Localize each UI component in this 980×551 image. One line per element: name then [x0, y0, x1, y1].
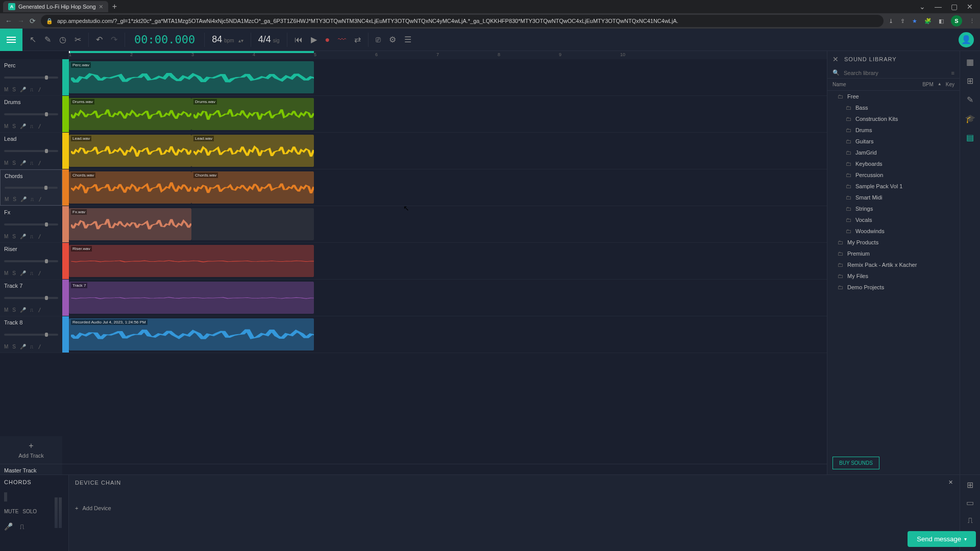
- pan-slider[interactable]: [4, 492, 7, 502]
- library-folder-item[interactable]: 🗀JamGrid: [827, 147, 960, 158]
- track-header[interactable]: Drums M S 🎤 ⎍ 〳: [0, 96, 62, 132]
- library-folder-item[interactable]: 🗀Percussion: [827, 169, 960, 181]
- record-arm-icon[interactable]: 🎤: [20, 160, 26, 166]
- solo-button[interactable]: S: [12, 270, 16, 276]
- track-volume-slider[interactable]: [4, 113, 58, 115]
- track-lane[interactable]: Drums.wavDrums.wav: [69, 96, 827, 132]
- track-volume-slider[interactable]: [4, 150, 58, 152]
- solo-button[interactable]: S: [12, 307, 16, 313]
- new-tab-button[interactable]: +: [112, 2, 117, 11]
- track-lane[interactable]: Track 7: [69, 280, 827, 316]
- install-icon[interactable]: ⤓: [889, 18, 893, 24]
- track-volume-slider[interactable]: [5, 187, 58, 189]
- lib-col-key[interactable]: Key: [946, 82, 954, 87]
- forward-icon[interactable]: →: [17, 17, 24, 25]
- play-icon[interactable]: ▶: [311, 35, 317, 44]
- audio-clip[interactable]: Drums.wav: [69, 98, 191, 130]
- solo-button[interactable]: S: [12, 123, 16, 129]
- solo-button[interactable]: S: [13, 196, 16, 202]
- library-search-input[interactable]: [844, 70, 947, 76]
- master-track-header[interactable]: Master Track: [0, 464, 62, 474]
- track-lane[interactable]: Chords.wavChords.wav: [69, 169, 827, 206]
- learn-icon[interactable]: 🎓: [965, 114, 975, 123]
- mute-button[interactable]: M: [4, 123, 8, 129]
- track-volume-slider[interactable]: [4, 297, 58, 299]
- track-eq-icon[interactable]: ⎍: [30, 344, 33, 349]
- library-folder-item[interactable]: 🗀Sample Pack Vol 1: [827, 181, 960, 192]
- track-header[interactable]: Perc M S 🎤 ⎍ 〳: [0, 59, 62, 95]
- add-device-button[interactable]: + Add Device: [69, 490, 960, 527]
- bpm-display[interactable]: 84 bpm ▴▾: [205, 34, 250, 45]
- track-header[interactable]: Track 7 M S 🎤 ⎍ 〳: [0, 280, 62, 316]
- audio-clip[interactable]: Chords.wav: [69, 171, 191, 204]
- track-eq-icon[interactable]: ⎍: [30, 307, 33, 313]
- time-signature-display[interactable]: 4/4 sig: [251, 34, 287, 45]
- share-icon[interactable]: ⇪: [900, 18, 905, 24]
- audio-clip[interactable]: Lead.wav: [69, 135, 191, 167]
- track-volume-slider[interactable]: [4, 260, 58, 262]
- track-eq-icon[interactable]: ⎍: [30, 123, 33, 129]
- mute-button[interactable]: M: [4, 234, 8, 239]
- solo-button[interactable]: S: [12, 234, 16, 239]
- track-volume-slider[interactable]: [4, 334, 58, 336]
- time-display[interactable]: 00:00.000: [125, 33, 204, 46]
- arrange-view-icon[interactable]: ⊞: [967, 480, 973, 490]
- audio-clip[interactable]: Lead.wav: [191, 135, 314, 167]
- mute-button[interactable]: MUTE: [4, 509, 18, 514]
- main-menu-button[interactable]: [0, 29, 22, 51]
- mute-button[interactable]: M: [4, 270, 8, 276]
- library-folder-item[interactable]: 🗀Demo Projects: [827, 282, 960, 293]
- library-folder-item[interactable]: 🗀Woodwinds: [827, 226, 960, 237]
- close-window-icon[interactable]: ✕: [967, 3, 973, 11]
- solo-button[interactable]: S: [12, 344, 16, 349]
- track-eq-icon[interactable]: ⎍: [31, 196, 34, 202]
- close-device-chain-icon[interactable]: ✕: [948, 479, 953, 486]
- track-header[interactable]: Lead M S 🎤 ⎍ 〳: [0, 133, 62, 169]
- automation-icon[interactable]: 〰: [338, 35, 346, 44]
- device-record-icon[interactable]: 🎤: [4, 522, 13, 531]
- filter-icon[interactable]: ≡: [951, 70, 954, 76]
- library-folder-item[interactable]: 🗀Premium: [827, 248, 960, 259]
- tab-close-icon[interactable]: ×: [99, 3, 103, 11]
- library-folder-item[interactable]: 🗀Smart Midi: [827, 192, 960, 203]
- track-automation-icon[interactable]: 〳: [37, 123, 42, 129]
- lib-col-bpm[interactable]: BPM: [922, 82, 934, 87]
- device-eq-icon[interactable]: ⎍: [20, 522, 24, 531]
- track-header[interactable]: Chords M S 🎤 ⎍ 〳: [0, 169, 62, 206]
- track-automation-icon[interactable]: 〳: [37, 344, 42, 349]
- library-folder-item[interactable]: 🗀Construction Kits: [827, 113, 960, 124]
- bpm-stepper-icon[interactable]: ▴▾: [238, 38, 243, 43]
- close-panel-icon[interactable]: ✕: [832, 55, 839, 63]
- solo-button[interactable]: SOLO: [22, 509, 37, 514]
- library-folder-item[interactable]: 🗀Drums: [827, 124, 960, 136]
- track-automation-icon[interactable]: 〳: [37, 160, 42, 166]
- bookmark-star-icon[interactable]: ★: [912, 18, 917, 24]
- track-header[interactable]: Track 8 M S 🎤 ⎍ 〳: [0, 316, 62, 353]
- empty-clip-region[interactable]: [191, 208, 314, 240]
- record-arm-icon[interactable]: 🎤: [20, 307, 26, 313]
- buy-sounds-button[interactable]: BUY SOUNDS: [832, 457, 879, 469]
- piano-roll-icon[interactable]: ⎍: [968, 516, 973, 525]
- audio-clip[interactable]: Track 7: [69, 282, 314, 314]
- track-volume-slider[interactable]: [4, 223, 58, 226]
- record-arm-icon[interactable]: 🎤: [20, 123, 26, 129]
- send-message-button[interactable]: Send message ▾: [908, 531, 976, 547]
- timeline-ruler[interactable]: 12345678910: [69, 51, 827, 59]
- solo-button[interactable]: S: [12, 160, 16, 166]
- audio-clip[interactable]: Recorded Audio Jul 4, 2023, 1:24:56 PM: [69, 318, 314, 350]
- track-lane[interactable]: Recorded Audio Jul 4, 2023, 1:24:56 PM: [69, 316, 827, 353]
- mute-button[interactable]: M: [4, 87, 8, 92]
- library-folder-item[interactable]: 🗀My Files: [827, 270, 960, 282]
- library-folder-item[interactable]: 🗀Free: [827, 91, 960, 102]
- grid-icon[interactable]: ⊞: [967, 76, 973, 86]
- undo-icon[interactable]: ↶: [96, 35, 103, 44]
- settings-icon[interactable]: ⚙: [389, 35, 396, 44]
- mixer-icon[interactable]: ⎚: [376, 35, 381, 44]
- track-eq-icon[interactable]: ⎍: [30, 234, 33, 239]
- library-folder-item[interactable]: 🗀Strings: [827, 203, 960, 214]
- reload-icon[interactable]: ⟳: [30, 17, 36, 25]
- track-volume-slider[interactable]: [4, 77, 58, 79]
- track-automation-icon[interactable]: 〳: [38, 196, 43, 202]
- audio-clip[interactable]: Perc.wav: [69, 61, 314, 93]
- library-folder-item[interactable]: 🗀Remix Pack - Artik x Kacher: [827, 259, 960, 270]
